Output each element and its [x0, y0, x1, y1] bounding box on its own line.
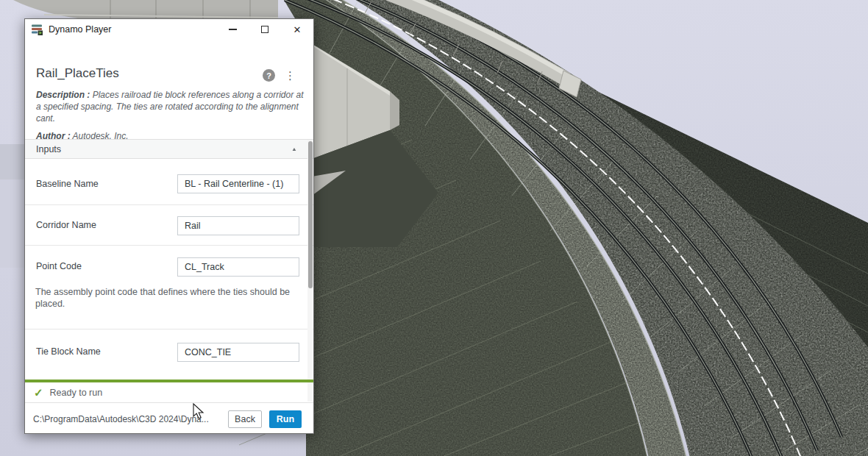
dynamo-player-logo-icon [31, 24, 43, 35]
point-code-help: The assembly point code that defines whe… [35, 286, 306, 310]
script-description: Description : Places railroad tie block … [36, 89, 304, 124]
close-icon: ✕ [294, 25, 302, 35]
tie-block-name-input[interactable] [177, 343, 299, 362]
scrollbar-thumb[interactable] [308, 141, 313, 288]
maximize-icon [261, 26, 268, 33]
minimize-button[interactable] [216, 19, 249, 40]
baseline-name-input[interactable] [177, 174, 299, 193]
window-title: Dynamo Player [49, 24, 216, 35]
titlebar[interactable]: Dynamo Player ✕ [25, 19, 313, 40]
script-title: Rail_PlaceTies [36, 66, 119, 81]
tie-block-name-label: Tie Block Name [36, 346, 101, 357]
sky-patch-2 [0, 179, 24, 268]
sky-patch [0, 144, 24, 179]
status-row: ✓ Ready to run [25, 382, 313, 403]
point-code-label: Point Code [36, 261, 82, 271]
run-button[interactable]: Run [269, 410, 302, 428]
back-button[interactable]: Back [228, 410, 262, 428]
close-button[interactable]: ✕ [281, 19, 313, 40]
status-message: Ready to run [50, 388, 103, 398]
collapse-icon[interactable]: ▲ [291, 146, 297, 152]
baseline-name-label: Baseline Name [36, 179, 99, 189]
more-options-icon[interactable]: ⋮ [285, 70, 296, 81]
maximize-button[interactable] [249, 19, 281, 40]
point-code-input[interactable] [177, 257, 299, 277]
footer-bar: C:\ProgramData\Autodesk\C3D 2024\Dyna...… [25, 403, 313, 435]
dynamo-player-window: Dynamo Player ✕ Rail_PlaceTies ? ⋮ Descr… [24, 18, 314, 434]
description-label: Description : [36, 90, 90, 100]
row-divider [25, 204, 313, 205]
inputs-section-header[interactable]: Inputs ▲ [25, 139, 313, 159]
scrollbar-track[interactable] [307, 140, 313, 402]
script-path: C:\ProgramData\Autodesk\C3D 2024\Dyna... [33, 414, 218, 424]
row-divider [25, 329, 313, 329]
corridor-name-input[interactable] [177, 216, 299, 235]
app-stage: Dynamo Player ✕ Rail_PlaceTies ? ⋮ Descr… [0, 0, 868, 456]
check-icon: ✓ [34, 387, 43, 398]
corridor-name-label: Corridor Name [36, 220, 96, 230]
minimize-icon [229, 29, 237, 30]
row-divider [25, 245, 313, 246]
help-icon[interactable]: ? [263, 69, 275, 82]
inputs-header-label: Inputs [36, 144, 291, 154]
